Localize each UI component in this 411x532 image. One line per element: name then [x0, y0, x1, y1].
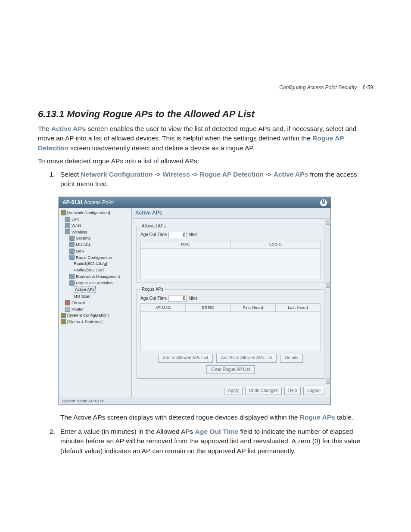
col-essid[interactable]: ESSID [186, 304, 230, 312]
allowed-aps-table-body[interactable] [140, 249, 321, 279]
add-all-to-allowed-button[interactable]: Add All to Allowed APs List [216, 354, 277, 363]
scroll-thumb[interactable] [326, 283, 331, 288]
menu-active-aps: Active APs [274, 171, 308, 178]
app-titlebar: AP-5131 Access Point M [59, 197, 330, 208]
router-icon [65, 307, 70, 312]
rogue-aps-legend: Rogue APs [140, 286, 165, 293]
allowed-ageout-unit: Mins [188, 232, 197, 238]
page-number: 6-59 [363, 84, 373, 90]
folder-icon [61, 210, 66, 215]
tree-system-configuration[interactable]: [System Configuration] [61, 312, 131, 319]
apply-button[interactable]: Apply [224, 387, 243, 395]
menu-network-configuration: Network Configuration [81, 171, 153, 178]
menu-wireless: Wireless [162, 171, 190, 178]
allowed-aps-group: Allowed APs Age Out Time Mins MAC [137, 223, 324, 283]
tree-bandwidth-management[interactable]: Bandwidth Management [61, 274, 131, 280]
term-active-aps: Active APs [51, 125, 86, 132]
lan-icon [65, 217, 70, 222]
allowed-aps-table: MAC ESSID [140, 240, 321, 249]
bwm-icon [69, 274, 75, 279]
tree-radio2[interactable]: Radio2[802.11a] [61, 267, 131, 274]
running-header: Configuring Access Point Security 6-59 [279, 84, 373, 90]
tree-mu-scan[interactable]: MU Scan [61, 293, 131, 300]
intro-paragraph: The Active APs screen enables the user t… [38, 124, 373, 153]
nav-tree[interactable]: [Network Configuration] LAN WAN Wireless… [59, 208, 132, 396]
wan-icon [65, 223, 70, 228]
rogue-ageout-row: Age Out Time Mins [140, 295, 321, 302]
section-title: Moving Rogue APs to the Allowed AP List [67, 109, 255, 119]
screenshot-figure: AP-5131 Access Point M [Network Configur… [59, 197, 373, 405]
tree-qos[interactable]: QoS [61, 248, 131, 255]
security-icon [69, 236, 75, 241]
tree-radio1[interactable]: Radio1[802.11b/g] [61, 261, 131, 267]
term-rogue-aps: Rogue APs [300, 414, 335, 421]
tree-mu-acl[interactable]: MU ACL [61, 242, 131, 248]
term-age-out-time: Age Out Time [195, 428, 238, 435]
folder-icon [61, 319, 66, 324]
details-button[interactable]: Details [280, 354, 303, 363]
vertical-scrollbar[interactable] [325, 219, 330, 385]
tree-firewall[interactable]: Firewall [61, 300, 131, 306]
tree-selected-label: Active APs [74, 286, 96, 293]
step-2: Enter a value (in minutes) in the Allowe… [57, 427, 373, 456]
tree-active-aps[interactable]: Active APs [61, 286, 131, 293]
col-essid[interactable]: ESSID [230, 240, 321, 249]
tree-lan[interactable]: LAN [61, 216, 131, 223]
logout-button[interactable]: Logout [303, 387, 324, 395]
clear-rogue-list-button[interactable]: Clear Rogue AP List [206, 365, 255, 374]
content-pane: Active APs Allowed APs [132, 208, 330, 396]
scroll-down-icon[interactable] [326, 379, 331, 384]
tree-radio-configuration[interactable]: Radio Configuration [61, 255, 131, 261]
scroll-up-icon[interactable] [326, 220, 331, 225]
tree-network-configuration[interactable]: [Network Configuration] [61, 210, 131, 216]
tree-security[interactable]: Security [61, 235, 131, 242]
col-last-heard[interactable]: Last Heard [275, 304, 320, 312]
rogue-ageout-label: Age Out Time [140, 296, 167, 302]
panel-title: Active APs [132, 208, 330, 218]
section-heading: 6.13.1 Moving Rogue APs to the Allowed A… [38, 109, 373, 120]
rogue-aps-group: Rogue APs Age Out Time Mins AP MAC [137, 286, 324, 379]
allowed-ageout-label: Age Out Time [140, 232, 167, 238]
col-first-heard[interactable]: First Heard [230, 304, 275, 312]
rogue-aps-table: AP MAC ESSID First Heard Last Heard [140, 303, 321, 312]
status-bar: System Name AP-51xx [59, 397, 330, 405]
firewall-icon [65, 300, 70, 305]
app-window: AP-5131 Access Point M [Network Configur… [59, 197, 331, 405]
allowed-ageout-row: Age Out Time Mins [140, 232, 321, 238]
tree-wireless[interactable]: Wireless [61, 229, 131, 236]
allowed-ageout-input[interactable] [168, 232, 187, 238]
motorola-logo-icon: M [320, 199, 327, 206]
app-title-rest: Access Point [83, 199, 114, 205]
tree-router[interactable]: Router [61, 306, 131, 313]
app-title-model: AP-5131 [62, 199, 83, 205]
col-apmac[interactable]: AP MAC [141, 304, 186, 312]
folder-icon [61, 313, 66, 318]
add-to-allowed-button[interactable]: Add to Allowed APs List [158, 354, 213, 363]
radio-icon [69, 255, 75, 260]
col-mac[interactable]: MAC [141, 240, 231, 249]
footer-buttons: Apply Undo Changes Help Logout [132, 385, 330, 397]
undo-changes-button[interactable]: Undo Changes [245, 387, 282, 395]
rogue-icon [69, 280, 75, 286]
step-1: Select Network Configuration -> Wireless… [57, 170, 373, 423]
allowed-aps-legend: Allowed APs [140, 223, 167, 230]
step-1-result: The Active APs screen displays with dete… [60, 413, 373, 422]
rogue-buttons-row-2: Clear Rogue AP List [140, 365, 321, 374]
menu-rogue-ap-detection: Rogue AP Detection [200, 171, 264, 178]
section-number: 6.13.1 [38, 109, 64, 119]
rogue-buttons-row: Add to Allowed APs List Add All to Allow… [140, 354, 321, 363]
help-button[interactable]: Help [284, 387, 301, 395]
rogue-ageout-unit: Mins [188, 296, 197, 302]
lead-in-paragraph: To move detected rogue APs into a list o… [38, 156, 373, 166]
qos-icon [69, 249, 75, 254]
tree-rogue-ap-detection[interactable]: Rogue AP Detection [61, 280, 131, 286]
muacl-icon [69, 242, 75, 247]
tree-wan[interactable]: WAN [61, 223, 131, 229]
rogue-aps-table-body[interactable] [140, 312, 321, 351]
running-header-text: Configuring Access Point Security [279, 84, 357, 90]
rogue-ageout-input[interactable] [168, 295, 187, 302]
tree-status-statistics[interactable]: [Status & Statistics] [61, 319, 131, 325]
panel-body: Allowed APs Age Out Time Mins MAC [132, 219, 330, 385]
wireless-icon [65, 229, 70, 234]
